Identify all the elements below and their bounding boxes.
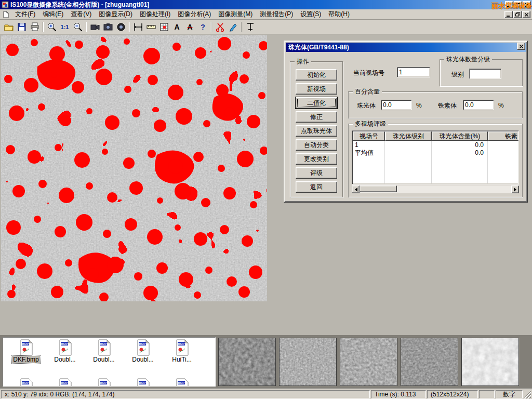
col-pearlite-level[interactable]: 珠光体级别 [385,131,432,141]
capture-button[interactable] [114,21,127,33]
return-button[interactable]: 返回 [296,181,337,193]
title-bar[interactable]: IS100显微摄像系统(金相分析版) - [zhuguangti01] [0,0,532,9]
file-item[interactable]: BMP [85,378,123,387]
menu-help[interactable]: 帮助(H) [325,9,353,19]
menu-edit[interactable]: 编辑(E) [39,9,67,19]
grade-button[interactable]: 评级 [296,167,337,179]
ruler-button[interactable] [144,21,157,33]
menu-image-measure[interactable]: 图像测量(M) [215,9,256,19]
measure-horizontal-button[interactable] [131,21,144,33]
actual-size-button[interactable]: 1:1 [58,21,71,33]
menu-image-display[interactable]: 图像显示(D) [95,9,136,19]
col-pearlite-content[interactable]: 珠光体含量(%) [432,131,488,141]
pick-pearlite-button[interactable]: 点取珠光体 [296,125,337,137]
menu-measure-report[interactable]: 测量报告(P) [256,9,297,19]
file-item[interactable]: BMP [124,378,162,387]
menu-file[interactable]: 文件(F) [11,9,39,19]
text-delete-button[interactable]: A [183,21,196,33]
table-row[interactable]: 平均值 0.0 [353,149,519,157]
video-camera-icon [90,22,100,32]
menu-settings[interactable]: 设置(S) [297,9,325,19]
zoom-out-button[interactable] [71,21,84,33]
toolbar-separator [86,22,87,32]
col-ferrite[interactable]: 铁素 [488,131,519,141]
caliper-button[interactable] [244,21,257,33]
correct-button[interactable]: 修正 [296,111,337,123]
file-name: Doubl... [53,356,76,363]
table-row[interactable]: 1 0.0 [353,141,519,149]
zoom-in-button[interactable] [45,21,58,33]
file-list-panel[interactable]: BMP DKF.bmp BMP Doubl... BMP [3,337,216,387]
cut-button[interactable] [214,21,227,33]
capture-lens-icon [116,22,126,32]
file-item[interactable]: BMP Doubl... [124,339,162,363]
file-item[interactable]: BMP [163,378,201,387]
status-mode: 数字 [496,390,523,398]
camera-button[interactable] [101,21,114,33]
menu-image-process[interactable]: 图像处理(I) [136,9,174,19]
file-item[interactable]: BMP Doubl... [46,339,84,363]
col-field-number[interactable]: 视场号 [353,131,385,141]
thumbnail-5[interactable] [461,338,519,386]
mdi-close-button[interactable] [522,11,530,18]
grade-group-caption: 珠光体数量分级 [444,56,492,63]
bmp-file-icon: BMP [135,339,151,356]
mdi-restore-button[interactable] [513,11,522,18]
caliper-horizontal-icon [133,22,143,32]
new-field-button[interactable]: 新视场 [296,83,337,95]
document-icon [2,11,9,18]
file-item[interactable]: BMP [7,378,45,387]
resize-grip[interactable] [524,390,531,398]
marker-button[interactable] [227,21,240,33]
pearlite-value-input[interactable] [381,100,412,110]
image-canvas[interactable] [1,35,267,301]
rating-table-header: 视场号 珠光体级别 珠光体含量(%) 铁素 [353,131,519,141]
file-item[interactable]: BMP HuiTi... [163,339,201,363]
measure-grid-button[interactable] [157,21,170,33]
scroll-left-button[interactable] [352,185,360,193]
change-class-button[interactable]: 更改类别 [296,153,337,165]
status-image-size: (512x512x24) [427,390,478,398]
minimize-button[interactable] [505,1,513,8]
operate-group-caption: 操作 [295,58,311,65]
current-field-input[interactable] [397,67,430,77]
dialog-title-bar[interactable]: 珠光体(GB/T9441-88) [286,43,526,52]
ferrite-value-input[interactable] [463,100,494,110]
open-button[interactable] [2,21,15,33]
svg-text:BMP: BMP [100,381,107,384]
menu-view[interactable]: 查看(V) [67,9,95,19]
mdi-minimize-button[interactable] [504,11,513,18]
scroll-track[interactable] [360,185,511,193]
maximize-icon [516,3,520,7]
pearlite-unit: % [416,100,422,111]
thumbnail-2[interactable] [279,338,337,386]
maximize-button[interactable] [514,1,522,8]
file-item[interactable]: BMP DKF.bmp [7,339,45,363]
scissors-icon [215,22,225,32]
bmp-file-icon: BMP [57,339,73,356]
init-button[interactable]: 初始化 [296,69,337,81]
file-item[interactable]: BMP Doubl... [85,339,123,363]
scroll-thumb[interactable] [360,185,397,192]
level-input[interactable] [469,69,501,79]
binarize-button[interactable]: 二值化 [296,97,337,109]
rating-table[interactable]: 视场号 珠光体级别 珠光体含量(%) 铁素 1 0.0 [352,130,519,184]
horizontal-scrollbar[interactable] [352,185,519,193]
thumbnail-4[interactable] [401,338,458,386]
pearlite-dialog: 珠光体(GB/T9441-88) 操作 初始化 新视场 二值化 修正 点取珠光体… [284,41,528,203]
bmp-file-icon: BMP [96,339,112,356]
pearlite-label: 珠光体 [357,100,376,111]
thumbnail-3[interactable] [340,338,397,386]
file-item[interactable]: BMP [46,378,84,387]
auto-classify-button[interactable]: 自动分类 [296,139,337,151]
print-button[interactable] [28,21,41,33]
close-button[interactable] [523,1,531,8]
text-button[interactable]: A [170,21,183,33]
scroll-right-button[interactable] [511,185,519,193]
help-button[interactable]: ? [196,21,209,33]
dialog-close-button[interactable] [517,43,525,50]
save-button[interactable] [15,21,28,33]
thumbnail-1[interactable] [218,338,276,386]
video-button[interactable] [88,21,101,33]
menu-image-analysis[interactable]: 图像分析(A) [174,9,215,19]
